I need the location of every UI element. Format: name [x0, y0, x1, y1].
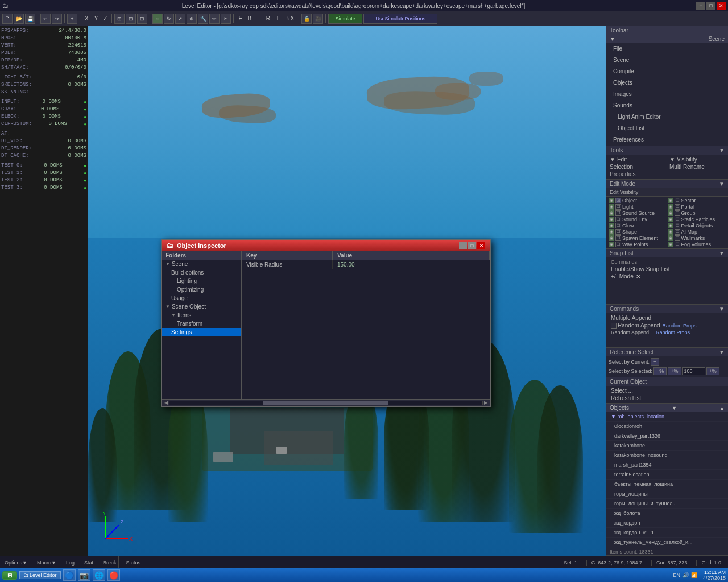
scroll-left-btn[interactable]: ◀ [163, 400, 169, 405]
portal-checkbox[interactable]: ☐ [675, 204, 680, 210]
stat-btn[interactable]: Stat [82, 556, 96, 568]
objects-list-expand[interactable]: ▼ [672, 405, 677, 411]
em-sound-env[interactable]: ◉☐Sound Env [609, 217, 667, 222]
obj-gory-losh[interactable]: горы_лощины [606, 489, 728, 499]
selection-tool[interactable]: Selection [607, 163, 667, 171]
way-checkbox[interactable]: ☐ [615, 242, 621, 247]
em-spawn-element[interactable]: ◉☐Spawn Element [609, 235, 667, 241]
obj-katakombone[interactable]: katakombone [606, 441, 728, 451]
maximize-button[interactable]: □ [706, 2, 715, 10]
obj-katakombone-nosound[interactable]: katakombone_nosound [606, 451, 728, 460]
obj-darkvalley[interactable]: darkvalley_part1326 [606, 431, 728, 441]
sound-source-checkbox[interactable]: ☐ [615, 210, 621, 216]
obj-marsh-part[interactable]: marsh_part1354 [606, 460, 728, 470]
em-wallmarks[interactable]: ◉☐Wallmarks [668, 235, 726, 241]
tb-redo-btn[interactable]: ↪ [52, 14, 62, 24]
tree-scene[interactable]: ▼ Scene [162, 260, 241, 268]
scene-header[interactable]: ▼ Scene [606, 35, 728, 43]
tree-build-options[interactable]: Build options [162, 268, 241, 277]
macro-btn[interactable]: Macro ▼ [35, 556, 59, 568]
light-checkbox[interactable]: ☐ [615, 204, 621, 210]
options-btn[interactable]: Options ▼ [2, 556, 30, 568]
taskbar-app-0[interactable]: 🗂 Level Editor [19, 571, 61, 579]
edit-tool[interactable]: ▼ Edit [607, 156, 667, 163]
random-append-checkbox[interactable] [611, 323, 617, 329]
use-simulate-button[interactable]: UseSimulatePositions [363, 14, 437, 24]
taskbar-app-4[interactable]: 🔴 [107, 569, 120, 581]
random-props-label[interactable]: Random Props... [656, 330, 694, 335]
tb-undo-btn[interactable]: ↩ [40, 14, 51, 24]
dialog-minimize[interactable]: − [459, 242, 467, 249]
select-pct-btn[interactable]: =% [653, 367, 667, 375]
fog-checkbox[interactable]: ☐ [675, 242, 680, 247]
sound-env-checkbox[interactable]: ☐ [615, 217, 621, 222]
em-way-points[interactable]: ◉☐Way Points [609, 242, 667, 247]
obj-zhd-kordon[interactable]: жд_кордон [606, 518, 728, 528]
obj-gory-tunn[interactable]: горы_лощины_и_туннель [606, 499, 728, 509]
detail-checkbox[interactable]: ☐ [675, 223, 680, 228]
select-plus-pct-btn[interactable]: +% [668, 367, 681, 375]
obj-byekty[interactable]: бъекты_темная_лощина [606, 480, 728, 489]
scroll-track[interactable] [169, 401, 483, 405]
enable-snap-row[interactable]: Enable/Show Snap List [611, 265, 723, 273]
select-btn[interactable]: Select ... [611, 387, 723, 394]
tree-scene-object[interactable]: ▼ Scene Object [162, 302, 241, 311]
images-item[interactable]: Images [606, 89, 728, 100]
visibility-tool[interactable]: ▼ Visibility [667, 156, 727, 163]
tb-move[interactable]: ↔ [152, 14, 163, 24]
scene-item[interactable]: Scene [606, 55, 728, 66]
tree-items[interactable]: ▼ Items [162, 311, 241, 319]
tb-new-btn[interactable]: 🗋 [2, 14, 13, 24]
objects-item[interactable]: Objects [606, 77, 728, 89]
tree-usage[interactable]: Usage [162, 294, 241, 302]
sector-checkbox[interactable]: ☐ [675, 198, 680, 203]
tb-pick[interactable]: ⊕ [187, 14, 197, 24]
em-group[interactable]: ◉☐Group [668, 210, 726, 216]
obj-zhd-tunn[interactable]: жд_туннель_между_свалкой_и... [606, 538, 728, 547]
obj-terrain5[interactable]: terrain5location [606, 470, 728, 480]
select-plus2-btn[interactable]: +% [706, 367, 719, 375]
close-button[interactable]: ✕ [717, 2, 726, 10]
tree-optimizing[interactable]: Optimizing [162, 285, 241, 294]
dialog-maximize[interactable]: □ [468, 242, 476, 249]
sounds-item[interactable]: Sounds [606, 100, 728, 111]
tree-transform[interactable]: Transform [162, 319, 241, 328]
em-detail-objects[interactable]: ◉☐Detail Objects [668, 223, 726, 228]
break-btn[interactable]: Break [101, 556, 119, 568]
em-sector[interactable]: ◉☐Sector [668, 198, 726, 203]
file-item[interactable]: File [606, 43, 728, 55]
tb-b1[interactable]: ⊞ [114, 14, 125, 24]
obj-zhd-bolota[interactable]: жд_болота [606, 509, 728, 518]
tb-snap-btn[interactable]: + [67, 14, 77, 24]
object-checkbox[interactable]: ☑ [615, 198, 621, 203]
group-checkbox[interactable]: ☐ [675, 210, 680, 216]
tb-open-btn[interactable]: 📂 [14, 14, 24, 24]
tree-lighting[interactable]: Lighting [162, 277, 241, 285]
tb-b2[interactable]: ⊟ [126, 14, 136, 24]
taskbar-app-1[interactable]: 🔵 [63, 569, 76, 581]
tb-b5[interactable]: ✏ [209, 14, 220, 24]
tree-settings[interactable]: Settings [162, 328, 241, 336]
em-portal[interactable]: ◉☐Portal [668, 204, 726, 210]
light-anim-item[interactable]: Light Anim Editor [606, 111, 728, 123]
random-append-check[interactable]: Random Append [611, 322, 660, 329]
static-checkbox[interactable]: ☐ [675, 217, 680, 222]
em-fog-volumes[interactable]: ◉☐Fog Volumes [668, 242, 726, 247]
em-ai-map[interactable]: ◉☐AI Map [668, 229, 726, 235]
simulate-button[interactable]: Simulate [328, 14, 362, 24]
multiple-append-item[interactable]: Multiple Append [611, 314, 723, 322]
object-list-item[interactable]: Object List [606, 123, 728, 134]
tb-b3[interactable]: ⊡ [137, 14, 147, 24]
obj-0locationroh[interactable]: 0locationroh [606, 422, 728, 431]
ai-checkbox[interactable]: ☐ [675, 229, 680, 235]
spawn-checkbox[interactable]: ☐ [615, 235, 621, 241]
scroll-right-btn[interactable]: ▶ [483, 400, 489, 405]
taskbar-app-2[interactable]: 📷 [78, 569, 90, 581]
random-props-btn[interactable]: Random Props... [663, 323, 701, 329]
em-glow[interactable]: ◉☐Glow [609, 223, 667, 228]
compile-item[interactable]: Compile [606, 66, 728, 77]
em-static-particles[interactable]: ◉☐Static Particles [668, 217, 726, 222]
refresh-list-btn[interactable]: Refresh List [611, 394, 723, 402]
preferences-item[interactable]: Preferences [606, 134, 728, 146]
em-object[interactable]: ◉☑Object [609, 198, 667, 203]
